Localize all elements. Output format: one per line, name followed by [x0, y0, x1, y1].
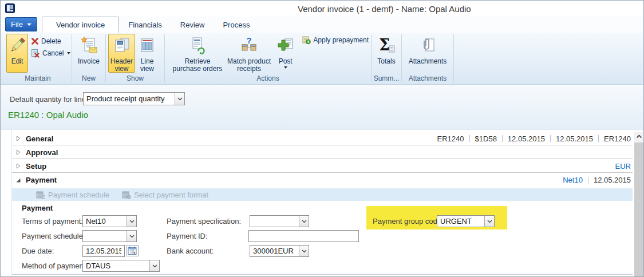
- ribbon-group-label-show: Show: [107, 74, 163, 84]
- header-view-icon: [113, 36, 131, 57]
- chevron-down-icon: [152, 264, 157, 268]
- payment-schedule-button-disabled[interactable]: Payment schedule: [36, 191, 109, 199]
- section-title: Setup: [26, 162, 46, 171]
- payment-section-toolbar: Payment schedule Select payment format: [12, 188, 633, 201]
- general-summary-number: $1D58: [475, 134, 497, 143]
- bank-account-combobox[interactable]: [250, 245, 309, 257]
- scroll-up-button[interactable]: [634, 132, 644, 141]
- line-view-button[interactable]: Line view: [135, 34, 159, 73]
- payment-schedule-icon: [36, 191, 45, 199]
- post-button-label: Post: [279, 58, 293, 65]
- scrollbar-thumb[interactable]: [634, 143, 644, 277]
- due-date-input[interactable]: [82, 245, 125, 257]
- payment-specification-label: Payment specification:: [167, 217, 241, 225]
- cancel-icon: [31, 49, 40, 58]
- general-summary-posting-date: 12.05.2015: [556, 134, 593, 143]
- payment-group-title: Payment: [22, 204, 53, 212]
- cancel-button[interactable]: Cancel: [31, 48, 70, 58]
- file-menu-button[interactable]: File: [5, 17, 37, 31]
- payment-schedule-button-label: Payment schedule: [48, 191, 109, 199]
- cancel-button-label: Cancel: [42, 49, 64, 57]
- ribbon-group-label-attachments: Attachments: [403, 74, 452, 84]
- window-title: Vendor invoice (1 - demf) - Name: Opal A…: [298, 4, 471, 14]
- expander-collapsed-icon[interactable]: [15, 136, 21, 141]
- section-header-setup[interactable]: Setup EUR: [12, 160, 633, 173]
- combo-dropdown-button[interactable]: [484, 216, 494, 227]
- retrieve-purchase-orders-button[interactable]: Retrieve purchase orders: [171, 34, 224, 73]
- combo-dropdown-button[interactable]: [127, 231, 136, 242]
- totals-button[interactable]: Σ Totals: [374, 34, 399, 73]
- payment-specification-combobox[interactable]: [250, 215, 309, 227]
- expander-collapsed-icon[interactable]: [15, 163, 21, 169]
- combo-dropdown-button[interactable]: [175, 93, 184, 105]
- method-of-payment-input[interactable]: [83, 260, 159, 271]
- select-payment-format-button-label: Select payment format: [134, 191, 208, 199]
- section-header-payment[interactable]: Payment Net10 12.05.2015: [12, 173, 633, 187]
- form-body: General ER1240 $1D58 12.05.2015 12.05.20…: [1, 129, 644, 277]
- invoice-button[interactable]: Invoice: [75, 34, 102, 73]
- match-product-receipts-button[interactable]: ? Match product receipts: [224, 34, 274, 73]
- ribbon-group-show: Header view Line view Show: [107, 33, 163, 84]
- edit-button[interactable]: Edit: [6, 34, 28, 73]
- ribbon-group-maintain: Edit Delete Cancel Maintain: [5, 33, 70, 84]
- delete-button-label: Delete: [41, 37, 61, 45]
- ribbon-tabs: Vendor invoice Financials Review Process: [42, 17, 259, 33]
- payment-schedule-label: Payment schedule:: [22, 232, 85, 240]
- method-of-payment-combobox[interactable]: [82, 260, 160, 272]
- payment-group-code-combobox[interactable]: [437, 215, 495, 227]
- post-icon: [276, 36, 295, 57]
- tab-vendor-invoice[interactable]: Vendor invoice: [42, 17, 119, 33]
- terms-of-payment-label: Terms of payment:: [22, 217, 83, 225]
- tab-review[interactable]: Review: [171, 17, 214, 33]
- expander-collapsed-icon[interactable]: [15, 149, 21, 155]
- payment-schedule-combobox[interactable]: [82, 230, 137, 242]
- due-date-calendar-button[interactable]: [127, 245, 139, 256]
- apply-prepayment-button[interactable]: Apply prepayment: [302, 35, 369, 45]
- terms-of-payment-combobox[interactable]: [82, 215, 137, 227]
- pencil-icon: [8, 36, 26, 57]
- ribbon-group-label-actions: Actions: [166, 74, 370, 84]
- ribbon-separator: [72, 34, 72, 82]
- vertical-scrollbar[interactable]: [634, 132, 644, 277]
- section-title: General: [26, 134, 53, 143]
- attachments-paperclip-icon: [418, 36, 437, 57]
- select-payment-format-button-disabled[interactable]: Select payment format: [122, 191, 208, 199]
- header-view-button[interactable]: Header view: [108, 34, 135, 73]
- chevron-down-icon: [177, 97, 183, 101]
- header-view-button-label: Header view: [110, 58, 133, 73]
- payment-summary-terms: Net10: [563, 176, 583, 184]
- combo-dropdown-button[interactable]: [299, 216, 309, 227]
- delete-button[interactable]: Delete: [31, 36, 70, 46]
- edit-button-label: Edit: [11, 58, 23, 65]
- default-quantity-input[interactable]: [84, 93, 184, 105]
- ribbon-separator: [164, 34, 165, 82]
- ribbon-group-actions: Retrieve purchase orders ? Match product…: [166, 33, 370, 84]
- ribbon-separator: [371, 34, 372, 82]
- ribbon-group-summary: Σ Totals Summ...: [373, 33, 400, 84]
- chevron-down-icon: [302, 250, 307, 253]
- section-header-general[interactable]: General ER1240 $1D58 12.05.2015 12.05.20…: [12, 132, 633, 145]
- expander-expanded-icon[interactable]: [15, 177, 21, 183]
- default-quantity-combobox[interactable]: [83, 92, 185, 105]
- chevron-down-icon: [27, 23, 31, 26]
- chevron-down-icon: [67, 52, 70, 54]
- attachments-button[interactable]: Attachments: [404, 34, 451, 73]
- payment-id-input[interactable]: [248, 230, 359, 242]
- ribbon-group-new: Invoice New: [73, 33, 104, 84]
- tab-process[interactable]: Process: [214, 17, 259, 33]
- combo-dropdown-button[interactable]: [149, 260, 159, 271]
- combo-dropdown-button[interactable]: [127, 216, 136, 227]
- record-title: ER1240 : Opal Audio: [8, 110, 88, 120]
- chevron-down-icon: [487, 220, 492, 223]
- post-button[interactable]: Post: [274, 34, 297, 73]
- section-header-approval[interactable]: Approval: [12, 146, 633, 159]
- tab-financials[interactable]: Financials: [119, 17, 171, 33]
- match-product-receipts-icon: ?: [240, 36, 258, 57]
- invoice-button-label: Invoice: [78, 58, 100, 65]
- setup-summary-currency: EUR: [615, 162, 631, 171]
- combo-dropdown-button[interactable]: [299, 246, 309, 256]
- general-summary-description: ER1240: [604, 134, 631, 143]
- line-view-button-label: Line view: [137, 58, 157, 73]
- section-divider: [12, 274, 633, 275]
- payment-summary-due-date: 12.05.2015: [594, 176, 631, 184]
